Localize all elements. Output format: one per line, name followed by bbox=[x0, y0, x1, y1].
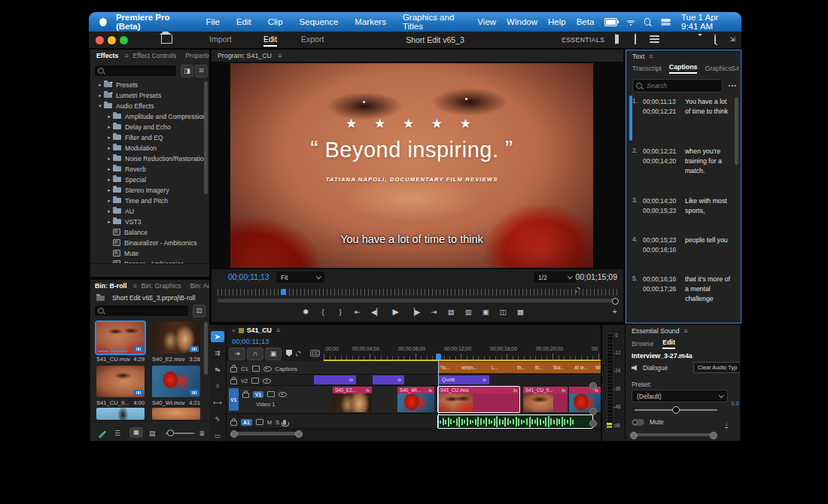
menu-item-help[interactable]: Help bbox=[548, 17, 566, 26]
go-to-in-button[interactable]: ⇤ bbox=[354, 308, 361, 316]
comparison-view-button[interactable]: ◫ bbox=[499, 308, 507, 316]
caption-clip[interactable]: Wh bbox=[593, 362, 601, 373]
tab-browse[interactable]: Browse bbox=[632, 340, 653, 348]
tab-sequence[interactable]: S41_CU bbox=[247, 326, 272, 334]
audio-meter[interactable] bbox=[607, 332, 613, 432]
mark-out-button[interactable]: } bbox=[336, 308, 344, 316]
tree-item[interactable]: Balance bbox=[113, 227, 209, 237]
caption-clip[interactable]: But... bbox=[551, 362, 573, 373]
video-clip-selected[interactable]: S41_CU.movfx bbox=[438, 387, 519, 412]
menu-item-beta[interactable]: Beta bbox=[577, 17, 595, 26]
track-resize-handle[interactable] bbox=[589, 420, 597, 427]
sort-icon[interactable]: ≣ bbox=[199, 430, 205, 437]
tab-edit[interactable]: Edit bbox=[263, 35, 277, 47]
battery-icon[interactable] bbox=[604, 18, 616, 26]
close-sequence-icon[interactable]: × bbox=[232, 327, 236, 334]
tab-es-edit[interactable]: Edit bbox=[662, 339, 675, 349]
menu-app-name[interactable]: Premiere Pro (Beta) bbox=[107, 13, 198, 31]
menu-item-markers[interactable]: Markers bbox=[346, 17, 394, 26]
caption-clip[interactable]: when... bbox=[459, 362, 490, 373]
step-forward-button[interactable]: ▕▶ bbox=[409, 308, 421, 316]
insert-overwrite-icon[interactable]: ⇥ bbox=[229, 348, 245, 360]
linked-selection-icon[interactable]: ▣ bbox=[265, 348, 282, 360]
panel-menu-icon[interactable]: ≡ bbox=[276, 326, 280, 334]
program-video-frame[interactable]: ★ ★ ★ ★ ★ “ Beyond inspiring. ” TATIANA … bbox=[230, 63, 593, 268]
tree-item[interactable]: ▸Lumetri Presets bbox=[96, 90, 209, 100]
tab-graphics[interactable]: Graphics bbox=[705, 65, 731, 72]
audio-type-label[interactable]: Dialogue bbox=[643, 364, 668, 372]
tab-captions[interactable]: Captions bbox=[669, 63, 698, 74]
filmstrip-view-icon[interactable]: ▤ bbox=[149, 430, 156, 437]
fit-dropdown[interactable]: Fit bbox=[276, 272, 324, 283]
caption-clip[interactable]: L... bbox=[489, 362, 505, 373]
es-h-scrollbar[interactable] bbox=[633, 433, 714, 436]
menu-item-graphics-titles[interactable]: Graphics and Titles bbox=[394, 13, 477, 31]
rectangle-tool[interactable]: ▭ bbox=[211, 430, 224, 441]
lock-icon[interactable] bbox=[230, 367, 237, 372]
bin-scrollbar[interactable] bbox=[204, 322, 208, 375]
tab-export[interactable]: Export bbox=[301, 35, 324, 44]
panel-menu-icon[interactable]: ≡ bbox=[278, 52, 282, 59]
program-mini-ruler[interactable] bbox=[218, 289, 617, 296]
bin-clip-thumbnail[interactable] bbox=[96, 408, 145, 420]
track-resize-handle[interactable] bbox=[589, 382, 597, 390]
track-badge[interactable]: V1 bbox=[253, 391, 263, 398]
workspace-label[interactable]: ESSENTIALS bbox=[562, 36, 604, 44]
more-options-icon[interactable]: ••• bbox=[729, 82, 737, 89]
clip-name[interactable]: S41_CU.mov bbox=[96, 356, 130, 363]
menu-item-view[interactable]: View bbox=[477, 17, 496, 26]
tree-item[interactable]: Mute bbox=[113, 248, 209, 258]
caption-row[interactable]: 2. 00;00;12;2100;00;14;20 when you're tr… bbox=[632, 147, 736, 176]
clear-audio-type-button[interactable]: Clear Audio Typ bbox=[693, 362, 740, 373]
caption-clip[interactable]: Yo... bbox=[438, 362, 460, 373]
bin-clip-thumbnail[interactable] bbox=[96, 322, 145, 354]
graphic-clip[interactable]: fx bbox=[373, 375, 404, 384]
timeline-playhead-head[interactable] bbox=[436, 354, 441, 360]
multicam-button[interactable]: ▦ bbox=[516, 308, 524, 316]
step-back-button[interactable]: ◀▏ bbox=[371, 308, 382, 316]
caption-row[interactable]: 1. 00;00;11;1300;00;12;21 You have a lot… bbox=[632, 97, 736, 117]
eye-icon[interactable] bbox=[279, 392, 287, 397]
track-output-icon[interactable] bbox=[252, 366, 260, 372]
track-badge[interactable]: A1 bbox=[241, 419, 252, 426]
timeline-h-scrollbar[interactable] bbox=[233, 432, 300, 436]
audio-clip-selected[interactable] bbox=[438, 415, 592, 428]
tree-item[interactable]: ▸Filter and EQ bbox=[105, 132, 209, 142]
video-clip[interactable]: S40_E2...fx bbox=[333, 387, 372, 412]
captions-menu-icon[interactable]: CC bbox=[310, 350, 320, 357]
bin-clip-thumbnail[interactable] bbox=[152, 322, 200, 354]
program-timecode[interactable]: 00;00;11;13 bbox=[228, 272, 269, 281]
lock-icon[interactable] bbox=[242, 393, 249, 398]
add-marker-button[interactable]: ⬢ bbox=[302, 308, 309, 315]
tree-item[interactable]: ▸Stereo Imagery bbox=[105, 185, 209, 195]
track-output-icon[interactable] bbox=[256, 419, 263, 425]
accelerated-effects-icon[interactable]: ◨ bbox=[181, 65, 193, 77]
clip-name[interactable]: S40_WI.mov bbox=[152, 399, 184, 406]
menu-item-sequence[interactable]: Sequence bbox=[291, 17, 347, 26]
caption-row[interactable]: 3. 00;00;14;2000;00;15;23 Like with most… bbox=[632, 196, 736, 216]
ripple-edit-tool[interactable]: ↹ bbox=[211, 364, 224, 375]
v2-track-header[interactable]: V2 bbox=[230, 377, 271, 384]
solo-button[interactable]: S bbox=[275, 419, 279, 426]
panel-menu-icon[interactable]: ≡ bbox=[684, 327, 688, 335]
tab-transcript[interactable]: Transcript bbox=[632, 65, 662, 72]
slip-tool[interactable]: ⟷ bbox=[211, 397, 224, 408]
tree-item[interactable]: ▸Time and Pitch bbox=[105, 196, 209, 205]
tab-bin-audio[interactable]: Bin: Au bbox=[186, 282, 209, 290]
caption-track-header[interactable]: C1 Captions bbox=[230, 365, 297, 372]
caption-clip[interactable]: At le... bbox=[572, 362, 594, 373]
track-output-icon[interactable] bbox=[267, 391, 275, 397]
menu-item-edit[interactable]: Edit bbox=[228, 17, 260, 26]
quick-export-icon[interactable] bbox=[650, 34, 662, 44]
tree-item[interactable]: ▸VST3 bbox=[105, 217, 209, 226]
captions-search-input[interactable] bbox=[632, 79, 723, 93]
v1-source-patch[interactable]: V1 bbox=[229, 388, 239, 411]
caption-clip[interactable]: th... bbox=[515, 362, 534, 373]
grid-view-icon[interactable]: ▦ bbox=[129, 427, 143, 438]
extract-button[interactable]: ▥ bbox=[464, 308, 472, 316]
tab-effects[interactable]: Effects bbox=[92, 52, 123, 59]
eye-icon[interactable] bbox=[263, 366, 272, 372]
tree-item[interactable]: ▾Audio Effects bbox=[96, 101, 209, 111]
gain-value[interactable]: 0.0 bbox=[732, 400, 739, 407]
program-scroll-knob[interactable] bbox=[612, 298, 619, 305]
